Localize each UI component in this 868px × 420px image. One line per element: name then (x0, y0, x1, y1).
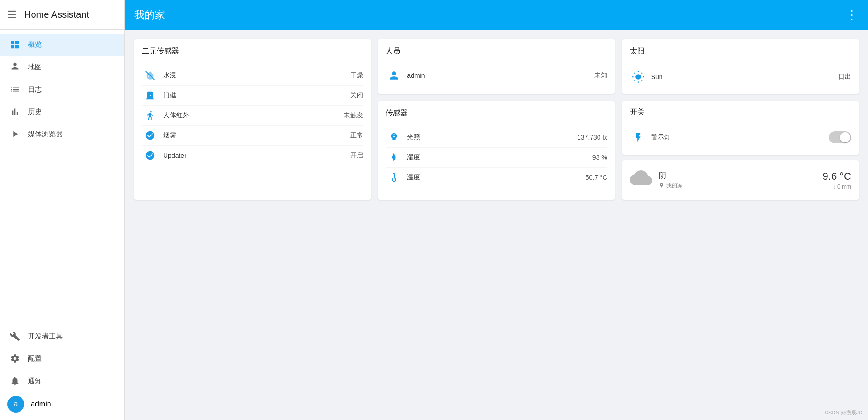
water-label: 水浸 (163, 71, 350, 80)
sun-icon (630, 70, 647, 83)
weather-condition: 阴 (659, 171, 816, 181)
nav-label-devtools: 开发者工具 (28, 332, 63, 341)
switch-card: 开关 警示灯 (622, 101, 859, 155)
sidebar: ☰ Home Assistant 概览 地图 日志 (0, 0, 125, 420)
people-admin-value: 未知 (594, 71, 607, 80)
sun-label: Sun (651, 73, 838, 81)
sidebar-item-overview[interactable]: 概览 (0, 34, 124, 56)
humidity-value: 93 % (592, 154, 607, 161)
light-label: 光照 (407, 133, 577, 142)
svg-point-2 (635, 74, 641, 80)
sidebar-item-map[interactable]: 地图 (0, 56, 124, 78)
weather-info: 阴 我的家 (659, 171, 816, 190)
card-binary-sensor: 二元传感器 水浸 干燥 门磁 关闭 (134, 39, 371, 200)
water-drop-icon (386, 152, 402, 163)
weather-temperature: 9.6 °C (823, 170, 851, 183)
people-row-admin[interactable]: admin 未知 (386, 66, 607, 85)
play-icon (7, 129, 22, 139)
switch-title: 开关 (630, 108, 851, 121)
person-icon (386, 70, 402, 81)
sidebar-item-logbook[interactable]: 日志 (0, 78, 124, 101)
binary-sensor-title: 二元传感器 (142, 47, 363, 60)
nav-label-logbook: 日志 (28, 85, 42, 94)
sensor-title: 传感器 (386, 108, 607, 122)
app-title: Home Assistant (24, 9, 89, 20)
binary-row-updater[interactable]: Updater 开启 (142, 146, 363, 165)
smoke-value: 正常 (350, 131, 363, 140)
nav-label-overview: 概览 (28, 41, 42, 49)
cloud-icon (630, 167, 652, 193)
nav-label-settings: 配置 (28, 354, 42, 363)
weather-card: 阴 我的家 9.6 °C ↓ 0 mm (622, 160, 859, 200)
nav-label-notifications: 通知 (28, 377, 42, 386)
nav-label-map: 地图 (28, 63, 42, 72)
binary-row-door[interactable]: 门磁 关闭 (142, 86, 363, 106)
card-sensor: 传感器 光照 137,730 lx 湿度 93 % (378, 101, 614, 200)
smoke-label: 烟雾 (163, 131, 350, 140)
sidebar-item-history[interactable]: 历史 (0, 101, 124, 123)
sidebar-bottom: 开发者工具 配置 通知 a admin (0, 321, 124, 420)
card-sun: 太阳 Sun 日出 (622, 39, 859, 94)
walk-icon (142, 110, 158, 121)
light-icon (386, 132, 402, 142)
updater-label: Updater (163, 152, 350, 159)
sensor-row-temperature[interactable]: 温度 50.7 °C (386, 168, 607, 187)
sun-row[interactable]: Sun 日出 (630, 66, 851, 88)
door-label: 门磁 (163, 91, 350, 100)
people-admin-label: admin (407, 72, 594, 79)
humidity-label: 湿度 (407, 153, 592, 162)
water-value: 干燥 (350, 71, 363, 80)
switch-row-warning[interactable]: 警示灯 (630, 127, 851, 148)
temperature-value: 50.7 °C (586, 174, 607, 181)
sensor-row-humidity[interactable]: 湿度 93 % (386, 148, 607, 168)
main-area: 我的家 ⋮ 二元传感器 水浸 干燥 门磁 关闭 (125, 0, 868, 420)
sidebar-nav: 概览 地图 日志 历史 媒体浏览器 (0, 30, 124, 321)
card-people: 人员 admin 未知 (378, 39, 614, 94)
sidebar-header: ☰ Home Assistant (0, 0, 124, 30)
user-item[interactable]: a admin (0, 392, 124, 416)
sidebar-item-devtools[interactable]: 开发者工具 (0, 325, 124, 347)
watermark: CSDN @攒辰JC (825, 409, 862, 416)
menu-icon[interactable]: ☰ (7, 9, 17, 21)
check-circle-updater-icon (142, 150, 158, 161)
page-title: 我的家 (134, 8, 165, 22)
light-value: 137,730 lx (577, 134, 607, 141)
people-title: 人员 (386, 47, 607, 60)
sidebar-item-notifications[interactable]: 通知 (0, 370, 124, 392)
binary-row-smoke[interactable]: 烟雾 正常 (142, 126, 363, 146)
water-off-icon (142, 70, 158, 81)
wrench-icon (7, 331, 22, 341)
sun-value: 日出 (838, 73, 851, 81)
nav-label-media: 媒体浏览器 (28, 130, 63, 139)
content-grid: 二元传感器 水浸 干燥 门磁 关闭 (125, 30, 868, 420)
warning-light-toggle[interactable] (829, 131, 851, 143)
weather-right: 9.6 °C ↓ 0 mm (823, 170, 851, 190)
binary-row-water[interactable]: 水浸 干燥 (142, 66, 363, 86)
person-pin-icon (7, 62, 22, 72)
avatar: a (7, 396, 24, 413)
sidebar-item-media[interactable]: 媒体浏览器 (0, 123, 124, 145)
weather-location: 我的家 (659, 182, 816, 190)
updater-value: 开启 (350, 151, 363, 160)
more-options-icon[interactable]: ⋮ (846, 8, 859, 22)
grid-icon (7, 40, 22, 50)
flash-icon (630, 132, 647, 142)
weather-rain: ↓ 0 mm (823, 183, 851, 190)
thermometer-icon (386, 172, 402, 183)
pir-value: 未触发 (344, 111, 363, 120)
warning-light-label: 警示灯 (651, 133, 829, 142)
topbar: 我的家 ⋮ (125, 0, 868, 30)
gear-icon (7, 353, 22, 364)
username-label: admin (31, 400, 51, 408)
temperature-label: 温度 (407, 173, 585, 182)
sun-title: 太阳 (630, 47, 851, 60)
door-icon (142, 90, 158, 101)
binary-row-pir[interactable]: 人体红外 未触发 (142, 106, 363, 126)
nav-label-history: 历史 (28, 108, 42, 116)
sensor-row-light[interactable]: 光照 137,730 lx (386, 128, 607, 148)
bell-icon (7, 376, 22, 386)
sidebar-item-settings[interactable]: 配置 (0, 347, 124, 370)
check-circle-smoke-icon (142, 130, 158, 141)
svg-point-1 (150, 111, 152, 113)
bar-chart-icon (7, 107, 22, 117)
